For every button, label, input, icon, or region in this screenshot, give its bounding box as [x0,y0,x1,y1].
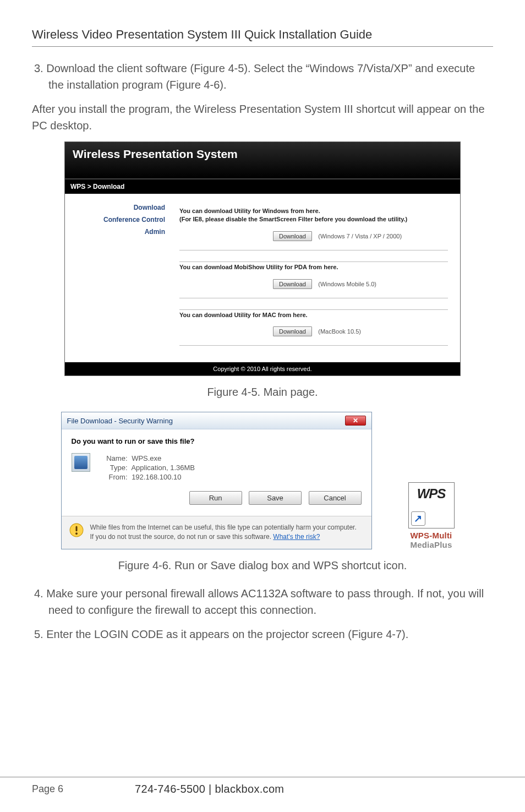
file-icon [72,453,90,472]
wps-main: You can download Utility for Windows fro… [175,194,460,362]
warning-icon [69,523,84,537]
step-3: 3. Download the client software (Figure … [32,60,493,93]
page-number: Page 6 [32,783,63,795]
download-windows-label: (Windows 7 / Vista / XP / 2000) [318,233,402,239]
sidebar-item-conference[interactable]: Conference Control [69,214,171,226]
sidebar-item-download[interactable]: Download [69,201,171,214]
type-value: Application, 1.36MB [131,464,195,472]
breadcrumb: WPS > Download [65,179,460,194]
from-value: 192.168.100.10 [132,473,181,481]
wps-footer: Copyright © 2010 All rights reserved. [65,362,460,375]
step-4: 4. Make sure your personal firewall allo… [32,585,493,618]
dialog-title: File Download - Security Warning [67,417,173,425]
wps-window: Wireless Presentation System WPS > Downl… [64,141,461,376]
shortcut-arrow-icon: ↗ [411,511,425,526]
download-mac-button[interactable]: Download [273,326,312,336]
figure-4-5-caption: Figure 4-5. Main page. [32,386,493,399]
file-download-dialog: File Download - Security Warning ✕ Do yo… [61,412,372,549]
cancel-button[interactable]: Cancel [309,491,362,505]
download-windows-button[interactable]: Download [273,231,312,241]
type-label: Type: [99,464,128,472]
download-pda-label: (Windows Mobile 5.0) [318,281,376,287]
footer-contact: 724-746-5500 | blackbox.com [135,783,284,795]
wps-sidebar: Download Conference Control Admin [65,194,175,362]
wps-shortcut[interactable]: WPS ↗ WPS-Multi MediaPlus [398,482,464,549]
section-mac-text: You can download Utility for MAC from he… [179,310,448,327]
name-value: WPS.exe [132,454,161,462]
sidebar-item-admin[interactable]: Admin [69,226,171,238]
wps-title: Wireless Presentation System [65,142,460,179]
page-footer: Page 6 724-746-5500 | blackbox.com [0,777,525,795]
close-icon[interactable]: ✕ [345,416,366,426]
risk-link[interactable]: What's the risk? [273,533,320,541]
shortcut-icon: WPS ↗ [408,482,455,528]
save-button[interactable]: Save [249,491,302,505]
section-pda-text: You can download MobiShow Utility for PD… [179,262,448,279]
download-pda-button[interactable]: Download [273,279,312,289]
step-5: 5. Enter the LOGIN CODE as it appears on… [32,626,493,642]
name-label: Name: [99,454,128,462]
download-mac-label: (MacBook 10.5) [318,328,361,335]
section-windows-text: You can download Utility for Windows fro… [179,206,448,231]
after-install-text: After you install the program, the Wirel… [32,101,493,134]
page-title: Wireless Video Presentation System III Q… [32,28,493,47]
from-label: From: [99,473,128,481]
figure-4-6-caption: Figure 4-6. Run or Save dialog box and W… [32,559,493,572]
shortcut-label-2: MediaPlus [398,540,464,549]
dialog-question: Do you want to run or save this file? [72,437,362,445]
shortcut-label-1: WPS-Multi [398,531,464,540]
svg-rect-1 [75,526,77,532]
svg-point-2 [75,533,78,535]
shortcut-wps-text: WPS [417,486,446,502]
run-button[interactable]: Run [189,491,242,505]
